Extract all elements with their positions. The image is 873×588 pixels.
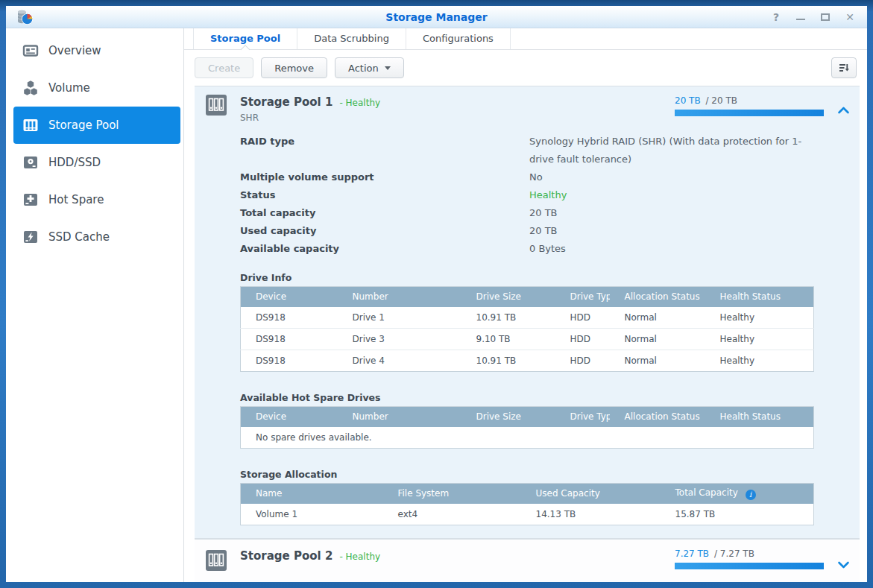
pool-capacity-block: 7.27 TB / 7.27 TB: [675, 549, 824, 569]
drive-info-section: Drive Info Device Number Drive Size: [240, 272, 860, 372]
cell-number: Drive 1: [338, 307, 461, 329]
detail-value: 0 Bytes: [529, 240, 822, 258]
help-icon[interactable]: ?: [769, 10, 783, 24]
col-header-allocation-status: Allocation Status: [610, 287, 705, 307]
close-icon[interactable]: ✕: [843, 10, 857, 24]
chevron-down-icon: [837, 560, 850, 569]
pool-title: Storage Pool 2: [240, 549, 333, 563]
detail-row-available-capacity: Available capacity 0 Bytes: [240, 240, 860, 258]
sort-collapse-button[interactable]: [831, 57, 857, 78]
no-spare-drives-message: No spare drives available.: [241, 427, 814, 449]
capacity-bar: [675, 110, 824, 116]
detail-label: Multiple volume support: [240, 168, 529, 186]
cell-device: DS918: [241, 307, 338, 329]
create-button[interactable]: Create: [195, 57, 253, 78]
hot-spare-section: Available Hot Spare Drives Device Number…: [240, 392, 860, 449]
tab-configurations[interactable]: Configurations: [406, 28, 511, 49]
cell-number: Drive 4: [338, 350, 461, 372]
cell-drive-type: HDD: [555, 329, 610, 350]
col-header-file-system: File System: [383, 484, 521, 504]
detail-value: Synology Hybrid RAID (SHR) (With data pr…: [529, 133, 822, 168]
empty-row: No spare drives available.: [241, 427, 814, 449]
table-header-row: Device Number Drive Size Drive Type Allo…: [241, 407, 814, 427]
collapse-pool-1-button[interactable]: [837, 104, 851, 114]
pool-capacity-block: 20 TB / 20 TB: [675, 95, 824, 116]
table-row: Volume 1 ext4 14.13 TB 15.87 TB: [241, 504, 814, 525]
col-header-health-status: Health Status: [705, 287, 814, 307]
col-header-total-capacity: Total Capacity i: [661, 484, 814, 504]
capacity-bar: [675, 563, 824, 569]
col-header-used-capacity: Used Capacity: [521, 484, 661, 504]
maximize-icon[interactable]: [819, 10, 832, 24]
capacity-total-text: / 20 TB: [705, 95, 737, 106]
remove-button[interactable]: Remove: [261, 57, 327, 78]
col-header-name: Name: [241, 484, 383, 504]
detail-value: No: [529, 168, 822, 186]
storage-pool-panel-icon: [206, 95, 227, 116]
storage-pool-panel-icon: [206, 550, 227, 571]
sidebar-item-overview[interactable]: Overview: [13, 32, 180, 69]
cell-total-capacity: 15.87 TB: [661, 504, 814, 525]
action-button[interactable]: Action: [335, 57, 404, 78]
drive-info-table: Device Number Drive Size Drive Type Allo…: [240, 286, 814, 372]
detail-value: 20 TB: [529, 204, 822, 222]
sidebar: Overview Volume: [6, 28, 184, 582]
chevron-down-icon: [385, 66, 391, 70]
info-icon[interactable]: i: [746, 490, 756, 500]
pool-list-scroll-area[interactable]: Storage Pool 1 - Healthy SHR 20 TB / 20 …: [184, 86, 867, 582]
table-row: DS918 Drive 3 9.10 TB HDD Normal Healthy: [241, 329, 814, 350]
cell-allocation-status: Normal: [610, 329, 705, 350]
window-title: Storage Manager: [6, 11, 867, 23]
pool-health-status: - Healthy: [339, 98, 380, 108]
table-header-row: Name File System Used Capacity Total Cap…: [241, 484, 814, 504]
sort-descending-icon: [838, 62, 850, 74]
cell-health-status: Healthy: [705, 329, 814, 350]
sidebar-item-label: Hot Spare: [48, 193, 104, 206]
hot-spare-table: Device Number Drive Size Drive Type Allo…: [240, 406, 814, 449]
sidebar-item-hot-spare[interactable]: Hot Spare: [13, 181, 180, 218]
cell-allocation-status: Normal: [610, 307, 705, 329]
cell-device: DS918: [241, 350, 338, 372]
content-area: Storage Pool Data Scrubbing Configuratio…: [184, 28, 867, 582]
storage-allocation-table: Name File System Used Capacity Total Cap…: [240, 483, 814, 525]
expand-pool-2-button[interactable]: [837, 558, 851, 569]
cell-drive-type: HDD: [555, 307, 610, 329]
storage-pool-2-panel: Storage Pool 2 - Healthy 7.27 TB / 7.27 …: [195, 539, 860, 582]
col-header-device: Device: [241, 287, 338, 307]
cell-drive-size: 9.10 TB: [461, 329, 555, 350]
storage-pool-icon: [22, 117, 39, 133]
tab-storage-pool[interactable]: Storage Pool: [193, 28, 297, 49]
sidebar-item-label: SSD Cache: [48, 230, 110, 244]
capacity-total-text: / 7.27 TB: [714, 549, 754, 559]
detail-row-total-capacity: Total capacity 20 TB: [240, 204, 860, 222]
minimize-icon[interactable]: [794, 10, 807, 24]
capacity-used-text: 7.27 TB: [675, 549, 709, 559]
col-header-drive-type: Drive Type: [555, 407, 610, 427]
detail-row-status: Status Healthy: [240, 186, 860, 204]
detail-label: Used capacity: [240, 222, 529, 240]
detail-label: Total capacity: [240, 204, 529, 222]
window-frame: Storage Manager ? ✕: [0, 0, 873, 588]
drive-info-title: Drive Info: [240, 272, 860, 283]
detail-value: 20 TB: [529, 222, 822, 240]
overview-icon: [22, 42, 39, 59]
hot-spare-icon: [22, 192, 39, 208]
cell-health-status: Healthy: [705, 350, 814, 372]
sidebar-item-ssd-cache[interactable]: SSD Cache: [13, 218, 180, 256]
sidebar-item-volume[interactable]: Volume: [13, 69, 180, 107]
sidebar-item-hdd-ssd[interactable]: HDD/SSD: [13, 144, 180, 181]
capacity-bar-fill: [675, 563, 824, 569]
detail-row-raid-type: RAID type Synology Hybrid RAID (SHR) (Wi…: [240, 133, 860, 168]
sidebar-item-storage-pool[interactable]: Storage Pool: [13, 107, 180, 144]
cell-drive-size: 10.91 TB: [461, 350, 555, 372]
capacity-bar-fill: [675, 110, 824, 116]
col-header-drive-size: Drive Size: [461, 287, 555, 307]
storage-manager-window: Storage Manager ? ✕: [6, 6, 867, 582]
volume-icon: [22, 80, 39, 96]
tab-data-scrubbing[interactable]: Data Scrubbing: [297, 28, 406, 49]
sidebar-item-label: Storage Pool: [48, 118, 119, 132]
sidebar-item-label: Volume: [48, 81, 90, 95]
col-header-drive-size: Drive Size: [461, 407, 555, 427]
cell-number: Drive 3: [338, 329, 461, 350]
col-header-allocation-status: Allocation Status: [610, 407, 705, 427]
